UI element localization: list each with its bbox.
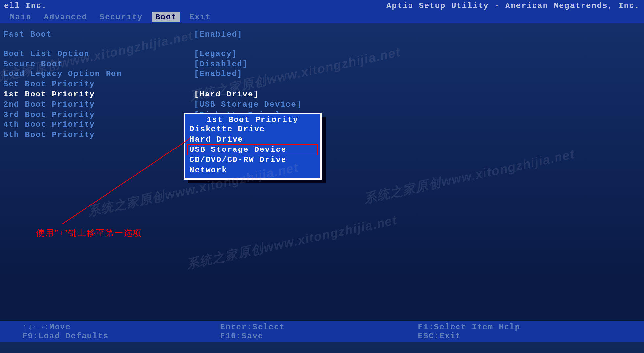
- popup-item-diskette[interactable]: Diskette Drive: [188, 124, 317, 134]
- tab-advanced[interactable]: Advanced: [41, 12, 90, 22]
- bios-footer: ↑↓←→:Move Enter:Select F1:Select Item He…: [0, 319, 644, 342]
- hint-save: F10:Save: [220, 332, 418, 340]
- hint-select: Enter:Select: [220, 323, 418, 332]
- setting-label: Set Boot Priority: [3, 80, 194, 89]
- footer-row-2: F9:Load Defaults F10:Save ESC:Exit: [22, 332, 622, 340]
- setting-value: [Enabled]: [194, 30, 243, 40]
- setting-value: [Enabled]: [194, 69, 243, 79]
- hint-help: F1:Select Item Help: [418, 323, 616, 332]
- popup-title: 1st Boot Priority: [204, 115, 301, 124]
- setting-set-boot-priority[interactable]: Set Boot Priority: [3, 79, 641, 90]
- hint-defaults: F9:Load Defaults: [22, 332, 220, 340]
- setting-label: 4th Boot Priority: [3, 120, 194, 130]
- setting-label: 1st Boot Priority: [3, 90, 194, 99]
- tab-boot[interactable]: Boot: [152, 12, 180, 22]
- setting-label: Load Legacy Option Rom: [3, 69, 194, 79]
- watermark: 系统之家原创www.xitongzhijia.net: [185, 212, 399, 273]
- footer-row-1: ↑↓←→:Move Enter:Select F1:Select Item He…: [22, 323, 622, 332]
- setting-label: Fast Boot: [3, 30, 194, 40]
- tab-main[interactable]: Main: [7, 12, 35, 22]
- setting-value: [USB Storage Device]: [194, 100, 302, 110]
- bios-screen: ell Inc. Aptio Setup Utility - American …: [0, 0, 644, 353]
- setting-2nd-boot-priority[interactable]: 2nd Boot Priority [USB Storage Device]: [3, 100, 641, 110]
- popup-item-hard-drive[interactable]: Hard Drive: [188, 134, 317, 145]
- utility-title: Aptio Setup Utility - American Megatrend…: [386, 1, 640, 10]
- setting-fast-boot[interactable]: Fast Boot [Enabled]: [3, 30, 641, 40]
- popup-item-network[interactable]: Network: [188, 165, 317, 175]
- setting-label: Boot List Option: [3, 49, 194, 59]
- tab-exit[interactable]: Exit: [186, 12, 214, 22]
- annotation-arrow-icon: [62, 138, 194, 224]
- spacer: [3, 40, 641, 49]
- setting-boot-list-option[interactable]: Boot List Option [Legacy]: [3, 49, 641, 59]
- setting-label: 3rd Boot Priority: [3, 110, 194, 120]
- setting-load-legacy[interactable]: Load Legacy Option Rom [Enabled]: [3, 69, 641, 79]
- setting-value: [Legacy]: [194, 49, 237, 59]
- setting-label: 2nd Boot Priority: [3, 100, 194, 110]
- hint-exit: ESC:Exit: [418, 332, 616, 340]
- tab-security[interactable]: Security: [96, 12, 146, 22]
- popup-item-cd-dvd[interactable]: CD/DVD/CD-RW Drive: [188, 155, 317, 165]
- annotation-text: 使用"+"键上移至第一选项: [36, 227, 142, 239]
- setting-label: 5th Boot Priority: [3, 130, 194, 140]
- vendor-label: ell Inc.: [4, 1, 47, 10]
- boot-priority-popup: 1st Boot Priority Diskette Drive Hard Dr…: [184, 113, 322, 180]
- bios-tabs: Main Advanced Security Boot Exit: [0, 12, 644, 23]
- boot-priority-popup-container: 1st Boot Priority Diskette Drive Hard Dr…: [184, 113, 322, 180]
- hint-move: ↑↓←→:Move: [22, 323, 220, 332]
- setting-value: [Disabled]: [194, 60, 248, 69]
- setting-label: Secure Boot: [3, 60, 194, 69]
- setting-value: [Hard Drive]: [194, 90, 259, 99]
- setting-secure-boot[interactable]: Secure Boot [Disabled]: [3, 59, 641, 69]
- setting-1st-boot-priority[interactable]: 1st Boot Priority [Hard Drive]: [3, 90, 641, 100]
- bios-content: Fast Boot [Enabled] Boot List Option [Le…: [0, 23, 644, 342]
- bios-header: ell Inc. Aptio Setup Utility - American …: [0, 0, 644, 12]
- watermark: 系统之家原创www.xitongzhijia.net: [362, 146, 577, 207]
- popup-item-usb-storage[interactable]: USB Storage Device: [187, 144, 318, 155]
- svg-line-0: [62, 138, 190, 224]
